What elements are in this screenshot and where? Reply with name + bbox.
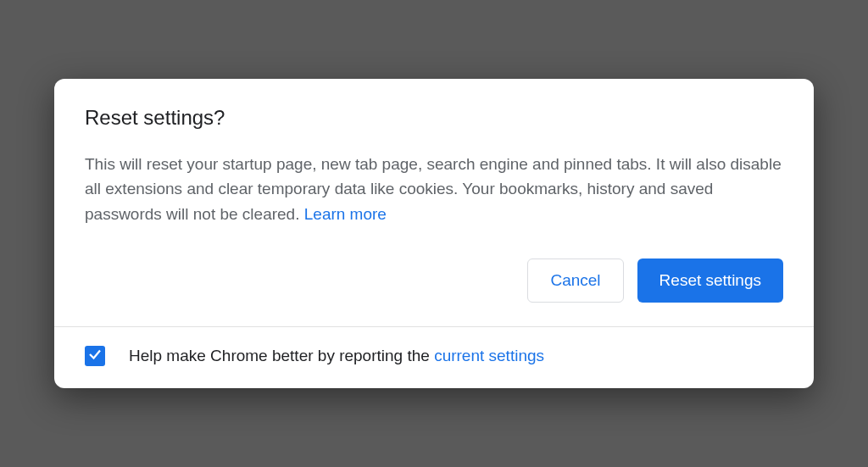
dialog-title: Reset settings? [85,106,783,130]
reset-settings-dialog: Reset settings? This will reset your sta… [54,79,814,388]
cancel-button[interactable]: Cancel [527,259,623,303]
dialog-description: This will reset your startup page, new t… [85,152,783,226]
footer-text: Help make Chrome better by reporting the… [129,347,544,365]
current-settings-link[interactable]: current settings [434,347,544,364]
button-row: Cancel Reset settings [85,259,783,303]
reset-settings-button[interactable]: Reset settings [637,259,783,303]
dialog-body: Reset settings? This will reset your sta… [54,79,814,326]
dialog-footer: Help make Chrome better by reporting the… [54,326,814,388]
checkmark-icon [87,347,103,365]
learn-more-link[interactable]: Learn more [304,205,387,223]
description-text: This will reset your startup page, new t… [85,155,782,223]
report-settings-checkbox[interactable] [85,346,105,366]
footer-prefix: Help make Chrome better by reporting the [129,347,434,364]
